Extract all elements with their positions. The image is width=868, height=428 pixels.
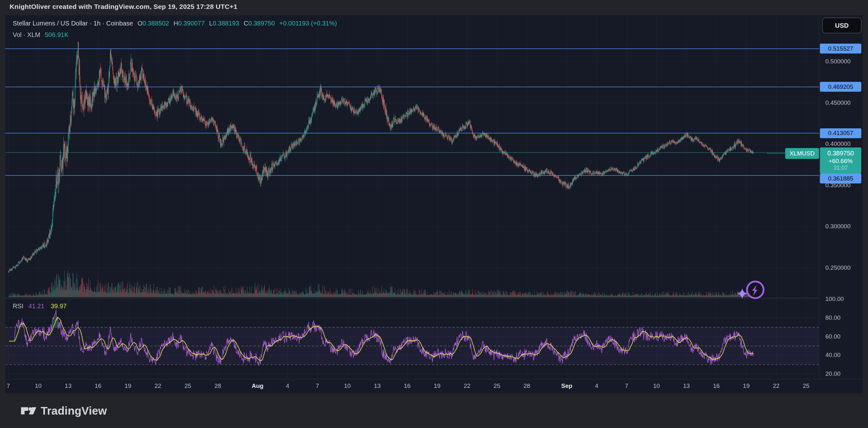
time-tick-label: 10 (35, 383, 41, 390)
time-tick-label: 28 (524, 383, 530, 390)
currency-toggle-button[interactable]: USD (822, 18, 862, 33)
symbol-legend[interactable]: Stellar Lumens / US Dollar · 1h · Coinba… (13, 20, 337, 27)
time-tick-label: 4 (595, 383, 599, 390)
time-tick-label: 19 (743, 383, 749, 390)
time-tick-label: 13 (374, 383, 380, 390)
price-tick-label: 0.250000 (825, 264, 850, 271)
bar-countdown: 31:07 (833, 165, 848, 172)
time-tick-label: 25 (184, 383, 191, 390)
last-price-value: 0.389750 (827, 149, 854, 157)
tradingview-logo-text: TradingView (41, 404, 107, 417)
time-tick-label: 16 (95, 383, 101, 390)
price-axis[interactable]: USD 0.5000000.4500000.4000000.3500000.30… (819, 15, 863, 379)
price-tick-label: 0.500000 (825, 58, 850, 65)
tradingview-logo-icon (21, 406, 36, 416)
rsi-tick-label: 20.00 (825, 370, 841, 377)
support-resistance-line[interactable] (5, 87, 819, 87)
ohlc-key: C (244, 20, 248, 27)
support-resistance-line[interactable] (5, 175, 819, 176)
price-tick-label: 0.300000 (825, 223, 850, 230)
time-tick-label: 16 (404, 383, 410, 390)
time-tick-month-label: Sep (561, 383, 572, 390)
change-value: +0.001193 (+0.31%) (279, 20, 337, 27)
time-tick-label: 25 (494, 383, 500, 390)
ohlc-value: 0.390077 (178, 20, 205, 27)
chart-canvas[interactable] (5, 15, 819, 379)
tradingview-snapshot: { "attribution": "KnightOliver created w… (0, 0, 868, 428)
ohlc-key: H (174, 20, 178, 27)
time-tick-label: 4 (286, 383, 289, 390)
level-price-label: 0.361885 (820, 174, 861, 183)
rsi-ma-value: 39.97 (51, 303, 66, 309)
time-tick-label: 7 (625, 383, 628, 390)
ohlc-key: L (209, 20, 213, 27)
time-tick-label: 28 (214, 383, 221, 390)
level-price-label: 0.469205 (820, 82, 861, 92)
ohlc-value: 0.389750 (248, 20, 275, 27)
time-tick-month-label: Aug (252, 383, 264, 390)
rsi-tick-label: 40.00 (825, 351, 841, 359)
time-axis[interactable]: 710131619222528Aug4710131619222528Sep471… (5, 379, 863, 393)
flash-boost-badge[interactable] (738, 276, 773, 308)
price-tick-label: 0.400000 (825, 141, 850, 148)
level-price-label: 0.413057 (820, 128, 861, 138)
time-tick-label: 22 (464, 383, 470, 390)
time-tick-label: 7 (316, 383, 319, 390)
tradingview-footer-logo[interactable]: TradingView (21, 404, 107, 417)
time-tick-label: 19 (434, 383, 440, 390)
rsi-tick-label: 80.00 (825, 314, 841, 321)
time-tick-label: 19 (124, 383, 131, 390)
volume-legend[interactable]: Vol · XLM506.91K (13, 31, 68, 38)
symbol-title[interactable]: Stellar Lumens / US Dollar · 1h · Coinba… (13, 20, 133, 27)
time-tick-label: 10 (653, 383, 660, 390)
rsi-label: RSI (13, 303, 23, 309)
support-resistance-line[interactable] (5, 49, 819, 49)
current-price-line (5, 152, 819, 153)
attribution-text: KnightOliver created with TradingView.co… (9, 3, 237, 10)
ohlc-value: 0.388193 (213, 20, 239, 27)
rsi-tick-label: 100.00 (825, 296, 844, 303)
rsi-value: 41.21 (28, 303, 44, 309)
chart-frame: Stellar Lumens / US Dollar · 1h · Coinba… (5, 15, 863, 393)
time-tick-label: 25 (803, 383, 809, 390)
ohlc-key: O (137, 20, 143, 27)
last-price-change-pct: +60.66% (829, 157, 853, 165)
ohlc-values: O0.388502H0.390077L0.388193C0.389750 (137, 20, 279, 27)
last-price-label[interactable]: 0.389750 +60.66% 31:07 (820, 148, 861, 174)
time-tick-label: 10 (344, 383, 350, 390)
pane-separator[interactable] (5, 298, 863, 298)
rsi-tick-label: 60.00 (825, 333, 841, 340)
time-tick-label: 13 (683, 383, 690, 390)
volume-value: 506.91K (45, 31, 69, 38)
time-tick-label: 22 (773, 383, 779, 390)
time-tick-label: 22 (154, 383, 161, 390)
level-price-label: 0.515527 (820, 43, 861, 54)
volume-label: Vol · XLM (13, 31, 40, 38)
symbol-price-tag[interactable]: XLMUSD (785, 148, 819, 159)
support-resistance-line[interactable] (5, 133, 819, 133)
time-tick-label: 13 (65, 383, 71, 390)
price-tick-label: 0.450000 (825, 99, 850, 106)
ohlc-value: 0.388502 (143, 20, 169, 27)
symbol-tag-leader-line (767, 153, 785, 154)
time-tick-label: 7 (7, 383, 10, 390)
time-tick-label: 16 (713, 383, 720, 390)
rsi-legend[interactable]: RSI41.2139.97 (13, 303, 66, 310)
